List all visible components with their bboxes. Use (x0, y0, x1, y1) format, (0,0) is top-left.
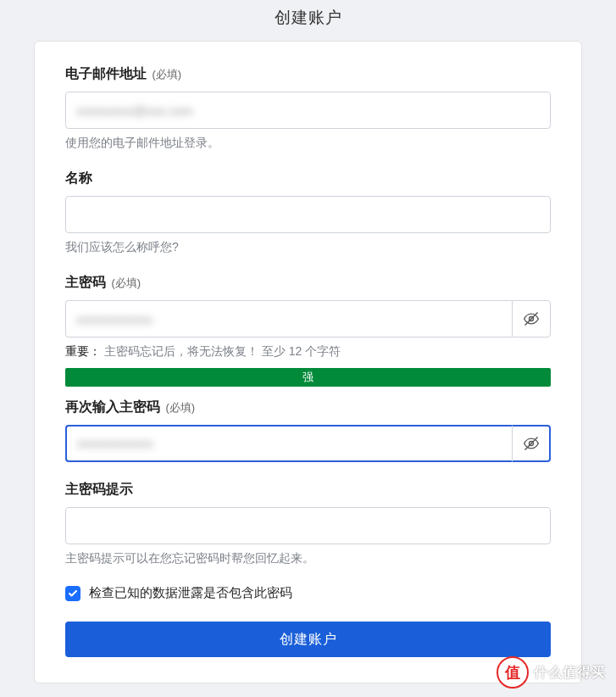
name-input[interactable] (65, 196, 551, 233)
name-label: 名称 (65, 170, 551, 187)
confirm-password-value-masked: xxxxxxxxxxxx (77, 436, 153, 450)
email-input[interactable]: xxxxxxxxx@xxx.com (65, 92, 551, 129)
email-label-text: 电子邮件地址 (65, 66, 147, 81)
master-password-important-prefix: 重要： (65, 344, 101, 358)
master-password-label-text: 主密码 (65, 275, 106, 289)
confirm-password-label: 再次输入主密码 (必填) (65, 399, 551, 416)
check-icon (68, 588, 78, 599)
hint-label: 主密码提示 (65, 481, 551, 499)
watermark-badge: 值 (497, 656, 529, 689)
master-password-required: (必填) (111, 276, 141, 289)
watermark: 值 什么值得买 (497, 656, 606, 689)
email-value-masked: xxxxxxxxx@xxx.com (76, 103, 193, 118)
email-label: 电子邮件地址 (必填) (65, 65, 551, 83)
confirm-password-required: (必填) (165, 401, 195, 414)
master-password-label: 主密码 (必填) (65, 274, 551, 292)
watermark-text: 什么值得买 (534, 664, 606, 682)
email-group: 电子邮件地址 (必填) xxxxxxxxx@xxx.com 使用您的电子邮件地址… (65, 65, 551, 151)
breach-check-checkbox[interactable] (65, 586, 80, 601)
page-title: 创建账户 (0, 0, 616, 41)
toggle-password-visibility-button[interactable] (512, 300, 551, 337)
name-helper: 我们应该怎么称呼您? (65, 240, 551, 255)
name-group: 名称 我们应该怎么称呼您? (65, 170, 551, 255)
master-password-helper-text: 主密码忘记后，将无法恢复！ 至少 12 个字符 (104, 344, 341, 358)
master-password-input[interactable]: xxxxxxxxxxxx (65, 300, 512, 337)
confirm-password-input[interactable]: xxxxxxxxxxxx (65, 425, 512, 462)
confirm-password-group: 再次输入主密码 (必填) xxxxxxxxxxxx (65, 399, 551, 462)
create-account-button[interactable]: 创建账户 (65, 622, 551, 657)
master-password-group: 主密码 (必填) xxxxxxxxxxxx 重要： 主密码忘记后，将无法恢复！ … (65, 274, 551, 360)
breach-check-label: 检查已知的数据泄露是否包含此密码 (89, 585, 292, 601)
signup-card: 电子邮件地址 (必填) xxxxxxxxx@xxx.com 使用您的电子邮件地址… (34, 41, 582, 683)
email-helper: 使用您的电子邮件地址登录。 (65, 136, 551, 151)
hint-group: 主密码提示 主密码提示可以在您忘记密码时帮您回忆起来。 (65, 481, 551, 566)
password-strength-bar: 强 (65, 368, 551, 387)
toggle-confirm-visibility-button[interactable] (512, 425, 551, 462)
hint-helper: 主密码提示可以在您忘记密码时帮您回忆起来。 (65, 551, 551, 566)
breach-check-row: 检查已知的数据泄露是否包含此密码 (65, 585, 551, 601)
confirm-password-label-text: 再次输入主密码 (65, 399, 160, 414)
eye-off-icon (523, 435, 540, 452)
master-password-value-masked: xxxxxxxxxxxx (76, 312, 153, 326)
email-required: (必填) (152, 68, 181, 81)
eye-off-icon (523, 310, 540, 327)
hint-input[interactable] (65, 507, 551, 544)
master-password-helper: 重要： 主密码忘记后，将无法恢复！ 至少 12 个字符 (65, 344, 551, 360)
